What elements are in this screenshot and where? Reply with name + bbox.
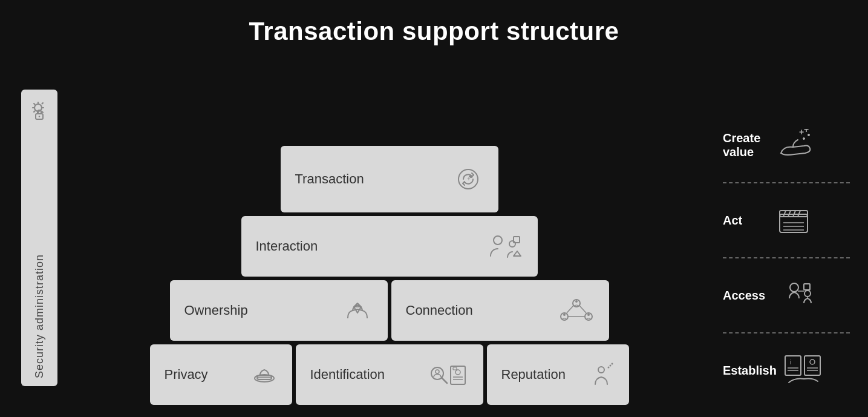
act-icon [777,206,810,235]
row-interaction: Interaction [241,216,538,277]
act-label: Act [723,214,771,228]
box-connection: Connection [391,280,609,341]
svg-rect-46 [804,284,810,290]
right-panel: Createvalue + + Act [723,58,850,417]
right-section-access: Access [723,260,816,331]
right-section-create-value: Createvalue + + [723,110,816,181]
create-value-label: Createvalue [723,131,771,159]
reputation-label: Reputation [501,367,566,383]
transaction-icon: + [452,163,484,195]
divider-3 [723,332,850,333]
access-icon [777,279,816,312]
right-section-act: Act [723,185,810,256]
row-ownership-connection: Ownership Connection [170,280,609,341]
main-layout: Security administration Transaction + [0,58,868,417]
svg-point-6 [509,241,515,247]
box-reputation: Reputation [487,344,629,405]
svg-point-2 [39,116,40,117]
identification-icon [426,361,469,388]
box-ownership: Ownership [170,280,388,341]
svg-point-54 [810,360,815,364]
divider-2 [723,257,850,258]
svg-point-12 [563,314,566,316]
svg-point-25 [598,367,604,373]
svg-rect-49 [785,356,801,375]
privacy-label: Privacy [165,367,208,383]
svg-point-5 [494,236,502,245]
svg-rect-53 [804,356,820,375]
svg-point-11 [575,300,578,303]
svg-point-45 [804,291,811,297]
svg-text:+: + [799,129,804,137]
box-interaction: Interaction [241,216,538,277]
page-title: Transaction support structure [249,17,619,46]
svg-point-44 [790,283,798,292]
svg-text:+: + [804,129,809,134]
ownership-label: Ownership [184,303,248,318]
svg-point-26 [607,367,609,369]
access-label: Access [723,289,771,303]
security-bar: Security administration [18,58,60,417]
create-value-icon: + + [777,129,816,162]
box-privacy: Privacy [150,344,292,405]
reputation-icon [588,361,615,388]
connection-icon [558,295,595,326]
row-transaction: Transaction + [281,146,498,212]
svg-point-21 [455,370,460,375]
svg-point-13 [587,314,590,316]
connection-label: Connection [406,303,473,318]
center-pyramid: Transaction + Interaction [67,58,712,417]
box-transaction: Transaction + [281,146,498,212]
box-identification: Identification [296,344,483,405]
transaction-label: Transaction [295,171,364,187]
security-label: Security administration [33,254,46,378]
security-box: Security administration [21,90,57,386]
establish-icon: i [783,352,825,389]
interaction-icon [487,231,523,262]
security-icon [25,97,53,125]
svg-point-27 [609,365,611,367]
privacy-icon [251,361,278,388]
svg-point-28 [611,363,613,365]
divider-1 [723,182,850,183]
ownership-icon [342,295,373,326]
establish-label: Establish [723,364,777,378]
row-bottom: Privacy Identification [150,344,629,405]
interaction-label: Interaction [256,238,318,254]
identification-label: Identification [310,367,385,383]
svg-text:+: + [467,176,471,182]
svg-point-19 [436,370,439,373]
right-section-establish: Establish i [723,335,825,406]
svg-text:i: i [790,358,791,366]
svg-line-18 [442,378,447,383]
svg-rect-24 [453,367,457,370]
